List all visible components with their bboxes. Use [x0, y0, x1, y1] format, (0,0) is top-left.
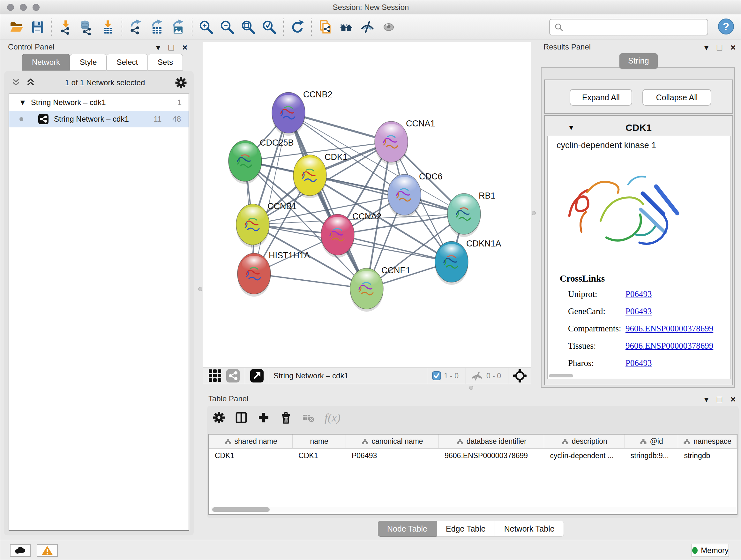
search-input[interactable]: [566, 19, 708, 35]
refresh-button[interactable]: [287, 17, 308, 37]
gallery-button[interactable]: [336, 17, 357, 37]
expand-all-button[interactable]: Expand All: [569, 89, 632, 106]
delete-column-button[interactable]: [280, 412, 292, 424]
zoom-out-button[interactable]: [217, 17, 238, 37]
gallery-icon: [339, 19, 354, 35]
column-header-sharedname[interactable]: shared name: [209, 435, 293, 448]
panel-close-icon[interactable]: ×: [731, 43, 736, 53]
collapse-all-button[interactable]: Collapse All: [643, 89, 711, 106]
selected-checkbox-icon[interactable]: [432, 371, 441, 381]
left-splitter-grip[interactable]: [198, 287, 202, 291]
add-column-button[interactable]: [258, 412, 270, 424]
crosslink-link[interactable]: P06493: [625, 358, 652, 368]
network-row[interactable]: String Network – cdk1 11 48: [9, 111, 189, 127]
delete-table-button[interactable]: [302, 412, 314, 424]
network-node-CCNA1[interactable]: CCNA1: [375, 119, 435, 165]
cloud-button[interactable]: [10, 544, 31, 557]
column-header-name[interactable]: name: [293, 435, 346, 448]
network-node-RB1[interactable]: RB1: [448, 191, 495, 237]
tab-select[interactable]: Select: [107, 54, 148, 71]
title-bar: Session: New Session: [0, 0, 741, 14]
import-network-button[interactable]: [55, 17, 76, 37]
import-database-button[interactable]: [76, 17, 97, 37]
table-row[interactable]: CDK1CDK1P064939606.ENSP00000378699cyclin…: [209, 449, 737, 463]
export-network-button[interactable]: [125, 17, 146, 37]
results-buttons-box: Expand All Collapse All: [544, 79, 733, 114]
bottom-splitter-grip[interactable]: [469, 386, 473, 390]
grid-view-icon[interactable]: [208, 368, 222, 383]
column-header-canonicalname[interactable]: canonical name: [346, 435, 439, 448]
network-collection-row[interactable]: ▼ String Network – cdk1 1: [9, 94, 189, 111]
open-folder-button[interactable]: [6, 17, 27, 37]
birdseye-button[interactable]: [378, 17, 399, 37]
gear-icon[interactable]: [175, 76, 187, 89]
collapse-all-icon[interactable]: [11, 78, 21, 87]
crosslink-link[interactable]: 9606.ENSP00000378699: [625, 324, 713, 333]
node-label: CDC25B: [260, 138, 294, 147]
column-header-databaseidentifier[interactable]: database identifier: [439, 435, 544, 448]
table-hscroll-thumb[interactable]: [212, 507, 270, 512]
panel-float-icon[interactable]: □: [169, 43, 174, 53]
tab-string[interactable]: String: [619, 53, 658, 69]
gear-button[interactable]: [213, 412, 225, 424]
tab-sets[interactable]: Sets: [148, 54, 183, 71]
warning-button[interactable]: [37, 544, 58, 557]
birdseye-icon: [381, 19, 396, 35]
clone-network-button[interactable]: [315, 17, 336, 37]
column-header-namespace[interactable]: namespace: [678, 435, 737, 448]
network-edge[interactable]: [288, 113, 367, 289]
network-node-CCNE1[interactable]: CCNE1: [350, 266, 411, 312]
function-builder-button[interactable]: f(x): [325, 411, 340, 424]
birdseye-toggle-icon[interactable]: [513, 369, 527, 383]
selected-count: 1 - 0: [444, 372, 459, 380]
network-edge[interactable]: [254, 273, 367, 289]
tab-network[interactable]: Network: [22, 54, 70, 71]
network-node-CCNB2[interactable]: CCNB2: [272, 90, 333, 136]
tab-style[interactable]: Style: [70, 54, 107, 71]
tab-network-table[interactable]: Network Table: [495, 521, 564, 537]
network-node-CDC25B[interactable]: CDC25B: [228, 138, 294, 184]
crosslink-link[interactable]: P06493: [625, 307, 652, 316]
crosslink-link[interactable]: P06493: [625, 289, 652, 299]
columns-button[interactable]: [235, 412, 247, 424]
panel-menu-icon[interactable]: ▾: [704, 395, 709, 405]
crosslink-link[interactable]: 9606.ENSP00000378699: [625, 341, 713, 351]
zoom-selected-button[interactable]: [259, 17, 280, 37]
network-canvas[interactable]: CCNB2 CCNA1 CDC25B C: [203, 42, 531, 368]
tab-node-table[interactable]: Node Table: [378, 521, 436, 537]
zoom-fit-button[interactable]: [238, 17, 259, 37]
tab-edge-table[interactable]: Edge Table: [436, 521, 495, 537]
network-view-icon[interactable]: [226, 368, 240, 383]
network-node-CDK1[interactable]: CDK1: [293, 152, 347, 198]
table-hscrollbar[interactable]: [211, 507, 736, 512]
hidden-eye-icon[interactable]: [470, 370, 484, 381]
detach-view-icon[interactable]: [250, 368, 264, 383]
save-button[interactable]: [27, 17, 48, 37]
help-button[interactable]: ?: [717, 17, 735, 36]
import-table-button[interactable]: [97, 17, 118, 37]
network-node-HIST1H1A[interactable]: HIST1H1A: [238, 251, 310, 297]
export-image-button[interactable]: [167, 17, 189, 37]
collapse-triangle-icon[interactable]: ▼: [19, 98, 26, 107]
results-hscroll-thumb[interactable]: [549, 374, 573, 377]
hide-panel-button[interactable]: [357, 17, 378, 37]
panel-menu-icon[interactable]: ▾: [704, 43, 709, 53]
panel-close-icon[interactable]: ×: [182, 43, 187, 53]
network-node-CDKN1A[interactable]: CDKN1A: [435, 239, 501, 285]
toolbar-separator: [311, 18, 312, 36]
column-header-id[interactable]: @id: [625, 435, 678, 448]
expand-all-icon[interactable]: [26, 78, 36, 87]
export-table-button[interactable]: [146, 17, 167, 37]
memory-button[interactable]: Memory: [691, 544, 729, 557]
panel-float-icon[interactable]: □: [717, 394, 722, 405]
network-node-CCNB1[interactable]: CCNB1: [236, 201, 297, 247]
network-edge[interactable]: [254, 113, 288, 273]
zoom-in-button[interactable]: [196, 17, 217, 37]
panel-close-icon[interactable]: ×: [731, 394, 736, 405]
right-splitter-grip[interactable]: [532, 211, 536, 215]
column-header-description[interactable]: description: [544, 435, 624, 448]
network-edge[interactable]: [338, 235, 452, 262]
network-node-CDC6[interactable]: CDC6: [388, 172, 443, 218]
panel-menu-icon[interactable]: ▾: [156, 43, 160, 53]
panel-float-icon[interactable]: □: [717, 43, 722, 53]
